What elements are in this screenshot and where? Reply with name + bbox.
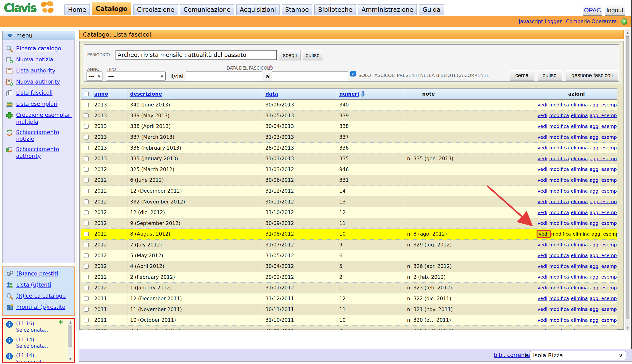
tab-home[interactable]: Home [65, 4, 90, 15]
sidebar-item-label[interactable]: Pronti al (p)restito [16, 304, 66, 310]
sidebar-item-lista-esemplari[interactable]: Lista esemplari [6, 100, 73, 108]
sidebar-item-schiacciamento-authority[interactable]: Schiacciamento authority [6, 146, 73, 160]
action-elimina[interactable]: elimina [571, 102, 588, 108]
action-elimina[interactable]: elimina [571, 124, 588, 129]
main-scrollbar[interactable]: ▲ ▼ [625, 30, 630, 330]
javascript-logger-link[interactable]: Javascript Logger [519, 19, 562, 24]
tab-circolazione[interactable]: Circolazione [134, 4, 178, 15]
sidebar-item-pronti-al-p-restito[interactable]: Pronti al (p)restito [6, 304, 72, 311]
tab-stampe[interactable]: Stampe [282, 4, 312, 15]
action-agg-esemplare[interactable]: agg. esemplare [590, 178, 617, 183]
action-elimina[interactable]: elimina [571, 285, 588, 290]
row-checkbox[interactable] [84, 253, 89, 258]
library-select[interactable]: Isola Rizza ∨ [530, 351, 626, 360]
action-elimina[interactable]: elimina [571, 296, 588, 301]
bibl-corrente-link[interactable]: bibl. corrente [494, 352, 530, 358]
action-modifica[interactable]: modifica [549, 178, 569, 183]
gestione-fascicoli-button[interactable]: gestione fascicoli [566, 70, 618, 80]
action-agg-esemplare[interactable]: agg. esemplare [590, 274, 617, 280]
action-modifica[interactable]: modifica [549, 296, 569, 301]
action-agg-esemplare[interactable]: agg. esemplare [590, 220, 617, 226]
sidebar-item-label[interactable]: (B)anco prestiti [16, 270, 58, 277]
cerca-button[interactable]: cerca [510, 70, 534, 80]
action-modifica[interactable]: modifica [549, 307, 569, 312]
action-agg-esemplare[interactable]: agg. esemplare [590, 296, 617, 301]
action-modifica[interactable]: modifica [549, 253, 569, 258]
sidebar-item-label[interactable]: Creazione esemplari multipla [16, 112, 73, 125]
sidebar-item-lista-fascicoli[interactable]: Lista fascicoli [6, 90, 73, 97]
action-vedi[interactable]: vedi [537, 188, 547, 194]
action-elimina[interactable]: elimina [571, 307, 588, 312]
row-checkbox[interactable] [84, 146, 89, 150]
action-agg-esemplare[interactable]: agg. esemplare [590, 124, 617, 129]
action-vedi[interactable]: vedi [537, 210, 547, 215]
action-agg-esemplare[interactable]: agg. esemplare [590, 134, 617, 140]
action-elimina[interactable]: elimina [571, 167, 588, 172]
action-agg-esemplare[interactable]: agg. esemplare [590, 242, 617, 248]
action-agg-esemplare[interactable]: agg. esemplare [590, 199, 617, 204]
action-modifica[interactable]: modifica [549, 210, 569, 215]
scroll-down-icon[interactable]: ▼ [625, 325, 630, 330]
sidebar-item-lista-u-tenti[interactable]: Lista (u)tenti [6, 282, 72, 289]
sidebar-item-ricerca-catalogo[interactable]: Ricerca catalogo [6, 45, 73, 53]
action-vedi[interactable]: vedi [537, 178, 547, 183]
row-checkbox[interactable] [84, 113, 89, 118]
tab-comunicazione[interactable]: Comunicazione [180, 4, 234, 15]
only-current-checkbox[interactable]: ✓ [350, 71, 356, 76]
sidebar-item-nuova-notizia[interactable]: Nuova notizia [6, 56, 73, 64]
action-vedi[interactable]: vedi [537, 318, 547, 323]
scegli-button[interactable]: scegli [279, 50, 301, 60]
ildal-input[interactable] [186, 72, 262, 81]
pulisci-button[interactable]: pulisci [303, 50, 323, 60]
sidebar-item-r-icerca-catalogo[interactable]: (R)icerca catalogo [6, 292, 72, 300]
pulisci-search-button[interactable]: pulisci [538, 70, 562, 80]
action-agg-esemplare[interactable]: agg. esemplare [590, 328, 617, 330]
opac-button[interactable]: OPAC [583, 5, 602, 16]
tab-guida[interactable]: Guida [419, 4, 444, 15]
action-vedi[interactable]: vedi [537, 145, 547, 150]
action-elimina[interactable]: elimina [571, 253, 588, 258]
action-modifica[interactable]: modifica [549, 199, 569, 204]
row-checkbox[interactable] [84, 243, 89, 247]
action-agg-esemplare[interactable]: agg. esemplare [590, 188, 617, 194]
row-checkbox[interactable] [84, 135, 89, 140]
action-vedi[interactable]: vedi [537, 328, 547, 330]
scroll-down-icon[interactable]: ▼ [68, 357, 73, 361]
action-modifica[interactable]: modifica [549, 167, 569, 172]
action-agg-esemplare[interactable]: agg. esemplare [590, 145, 617, 150]
row-checkbox[interactable] [84, 178, 89, 182]
row-checkbox[interactable] [84, 307, 89, 312]
sidebar-item-nuova-authority[interactable]: Nuova authority [6, 78, 73, 86]
action-elimina[interactable]: elimina [571, 145, 588, 150]
tab-amministrazione[interactable]: Amministrazione [358, 4, 417, 15]
action-vedi[interactable]: vedi [537, 220, 547, 226]
action-agg-esemplare[interactable]: agg. esemplare [590, 285, 617, 290]
action-vedi[interactable]: vedi [537, 134, 547, 140]
action-modifica[interactable]: modifica [549, 264, 569, 269]
logout-button[interactable]: logout [605, 5, 625, 16]
sidebar-item-label[interactable]: Ricerca catalogo [16, 45, 61, 52]
sidebar-item-label[interactable]: Schiacciamento authority [16, 146, 73, 160]
action-elimina[interactable]: elimina [573, 231, 590, 237]
row-checkbox[interactable] [84, 156, 89, 161]
row-checkbox[interactable] [84, 232, 89, 236]
action-modifica[interactable]: modifica [549, 318, 569, 323]
scroll-up-icon[interactable]: ▲ [68, 320, 73, 324]
action-agg-esemplare[interactable]: agg. esemplare [590, 156, 617, 162]
sidebar-item-label[interactable]: Schiacciamento notizie [16, 129, 73, 142]
row-checkbox[interactable] [84, 318, 89, 322]
row-checkbox[interactable] [84, 210, 89, 215]
sort-link-descrizione[interactable]: descrizione [130, 91, 162, 97]
anno-select[interactable]: ---∨ [86, 72, 103, 80]
row-checkbox[interactable] [84, 189, 89, 193]
eraser-icon[interactable] [267, 64, 273, 70]
action-agg-esemplare[interactable]: agg. esemplare [590, 253, 617, 258]
row-checkbox[interactable] [84, 221, 89, 226]
action-vedi[interactable]: vedi [537, 199, 547, 204]
action-modifica[interactable]: modifica [549, 145, 569, 150]
select-all-checkbox[interactable] [84, 92, 89, 96]
action-modifica[interactable]: modifica [549, 328, 569, 330]
question-icon[interactable]: ? [621, 18, 627, 25]
action-vedi[interactable]: vedi [537, 307, 547, 312]
row-checkbox[interactable] [84, 286, 89, 290]
